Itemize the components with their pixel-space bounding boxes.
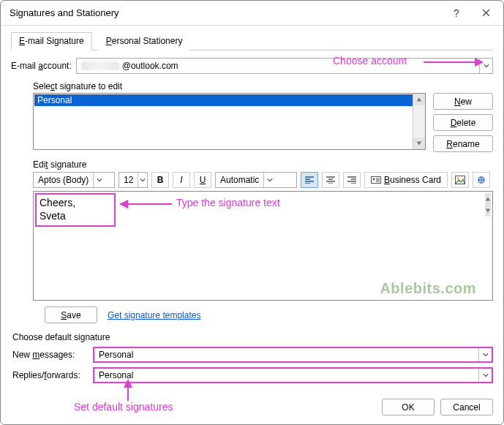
dialog-title: Signatures and Stationery: [10, 7, 442, 18]
rename-button[interactable]: Rename: [433, 135, 493, 152]
scroll-down-icon[interactable]: [413, 138, 425, 149]
get-templates-link[interactable]: Get signature templates: [108, 310, 200, 320]
signature-line2: Sveta: [40, 209, 111, 222]
titlebar: Signatures and Stationery ?: [1, 1, 503, 26]
font-color-combo[interactable]: Automatic: [215, 172, 297, 188]
chevron-down-icon[interactable]: [138, 173, 147, 187]
scroll-up-icon[interactable]: [485, 193, 491, 205]
link-icon: [476, 176, 486, 184]
delete-button[interactable]: Delete: [433, 114, 493, 131]
signature-line1: Cheers,: [40, 196, 111, 209]
tab-email-signature[interactable]: E-mail Signature: [11, 32, 92, 50]
replies-forwards-combo[interactable]: Personal: [93, 367, 493, 383]
scroll-down-icon[interactable]: [485, 205, 491, 217]
ok-button[interactable]: OK: [382, 399, 435, 415]
chevron-down-icon[interactable]: [93, 173, 105, 187]
align-right-button[interactable]: [343, 172, 361, 188]
edit-signature-label: Edit signature: [33, 159, 493, 170]
font-size-combo[interactable]: 12: [119, 172, 148, 188]
help-button[interactable]: ?: [442, 3, 471, 23]
underline-button[interactable]: U: [194, 172, 211, 188]
signature-text-highlight: Cheers, Sveta: [35, 193, 116, 227]
listbox-scrollbar[interactable]: [413, 94, 425, 149]
image-icon: [455, 176, 465, 184]
align-left-button[interactable]: [301, 172, 318, 188]
edit-toolbar: Aptos (Body) 12 B I U Automatic Business…: [33, 172, 493, 188]
scroll-up-icon[interactable]: [413, 94, 425, 105]
chevron-down-icon[interactable]: [479, 59, 492, 73]
account-blurred: [81, 61, 119, 70]
signature-editor[interactable]: Cheers, Sveta Ablebits.com: [33, 191, 493, 301]
replies-forwards-label: Replies/forwards:: [12, 370, 93, 380]
account-suffix: @outlook.com: [122, 61, 178, 71]
signature-listbox[interactable]: Personal: [33, 93, 426, 150]
signature-list-item[interactable]: Personal: [34, 94, 424, 106]
tab-personal-stationery[interactable]: Personal Stationery: [98, 32, 191, 50]
svg-point-1: [373, 178, 375, 181]
business-card-icon: [371, 176, 381, 184]
cancel-button[interactable]: Cancel: [440, 399, 493, 415]
italic-button[interactable]: I: [173, 172, 190, 188]
editor-scrollbar[interactable]: [485, 193, 491, 298]
new-messages-combo[interactable]: Personal: [93, 347, 493, 363]
select-signature-label: Select signature to edit: [33, 81, 493, 91]
chevron-down-icon[interactable]: [263, 173, 275, 187]
tabs: E-mail Signature Personal Stationery: [11, 31, 493, 50]
choose-default-label: Choose default signature: [12, 332, 493, 342]
business-card-button[interactable]: Business Card: [364, 172, 448, 188]
email-account-label: E-mail account:: [11, 61, 72, 71]
chevron-down-icon[interactable]: [478, 369, 492, 382]
chevron-down-icon[interactable]: [478, 348, 492, 361]
save-button[interactable]: Save: [45, 306, 97, 323]
bold-button[interactable]: B: [151, 172, 169, 188]
annotation-set-defaults: Set default signatures: [74, 401, 173, 413]
svg-point-3: [457, 178, 459, 180]
insert-image-button[interactable]: [451, 172, 469, 188]
insert-link-button[interactable]: [473, 172, 490, 188]
watermark: Ablebits.com: [380, 280, 476, 297]
email-account-combo[interactable]: @outlook.com: [76, 58, 493, 74]
align-center-button[interactable]: [322, 172, 339, 188]
new-messages-label: New messages:: [12, 350, 93, 360]
new-button[interactable]: New: [433, 93, 493, 110]
font-combo[interactable]: Aptos (Body): [33, 172, 115, 188]
close-button[interactable]: [471, 3, 500, 23]
